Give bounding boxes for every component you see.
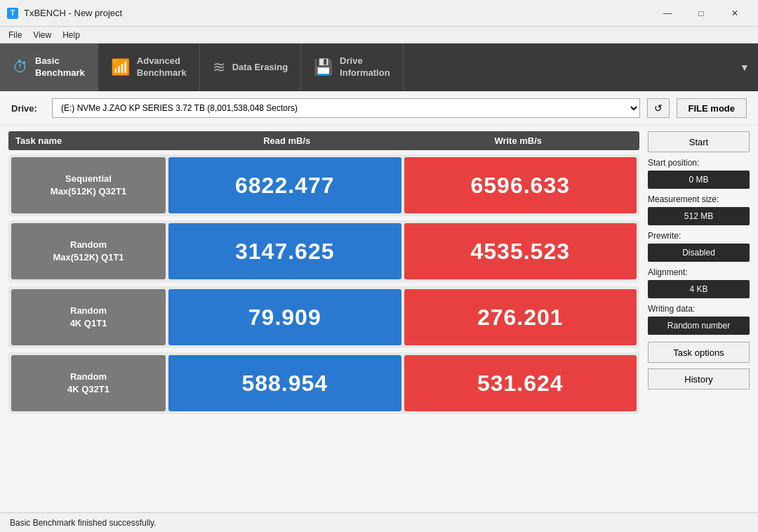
- prewrite-value: Disabled: [648, 244, 750, 262]
- read-value-1: 6822.477: [168, 157, 401, 213]
- drive-information-icon: 💾: [314, 58, 333, 77]
- start-position-value: 0 MB: [648, 171, 750, 189]
- read-value-4: 588.954: [168, 355, 401, 411]
- status-bar: Basic Benchmark finished successfully.: [0, 512, 758, 532]
- basic-benchmark-icon: ⏱: [13, 58, 28, 77]
- benchmark-area: Task name Read mB/s Write mB/s Sequentia…: [0, 126, 758, 512]
- drive-refresh-button[interactable]: ↺: [647, 98, 670, 118]
- menu-file[interactable]: File: [3, 29, 27, 41]
- task-name-3: Random4K Q1T1: [11, 289, 166, 345]
- write-value-1: 6596.633: [404, 157, 637, 213]
- tab-drive-information[interactable]: 💾 DriveInformation: [301, 44, 404, 91]
- bench-row-1: SequentialMax(512K) Q32T1 6822.477 6596.…: [8, 154, 639, 216]
- header-read: Read mB/s: [173, 135, 401, 146]
- measurement-size-value: 512 MB: [648, 207, 750, 225]
- drive-label: Drive:: [11, 103, 45, 114]
- menu-bar: File View Help: [0, 27, 758, 44]
- data-erasing-icon: ≋: [213, 58, 225, 77]
- file-mode-button[interactable]: FILE mode: [677, 98, 747, 118]
- toolbar-dropdown-button[interactable]: ▼: [731, 44, 758, 91]
- menu-view[interactable]: View: [27, 29, 57, 41]
- history-button[interactable]: History: [648, 368, 750, 390]
- tab-basic-benchmark[interactable]: ⏱ BasicBenchmark: [0, 44, 98, 91]
- menu-help[interactable]: Help: [57, 29, 86, 41]
- writing-data-value: Random number: [648, 317, 750, 335]
- header-write: Write mB/s: [404, 135, 633, 146]
- write-value-4: 531.624: [404, 355, 637, 411]
- window-title: TxBENCH - New project: [24, 8, 651, 18]
- drive-bar: Drive: (E:) NVMe J.ZAO KP SERIES 3.72 TB…: [0, 91, 758, 126]
- alignment-label: Alignment:: [648, 267, 750, 277]
- task-name-1: SequentialMax(512K) Q32T1: [11, 157, 166, 213]
- tab-data-erasing[interactable]: ≋ Data Erasing: [200, 44, 301, 91]
- toolbar: ⏱ BasicBenchmark 📶 AdvancedBenchmark ≋ D…: [0, 44, 758, 91]
- basic-benchmark-label: BasicBenchmark: [35, 55, 85, 79]
- task-name-4: Random4K Q32T1: [11, 355, 166, 411]
- advanced-benchmark-icon: 📶: [111, 58, 130, 77]
- prewrite-label: Prewrite:: [648, 231, 750, 241]
- task-name-2: RandomMax(512K) Q1T1: [11, 223, 166, 279]
- writing-data-label: Writing data:: [648, 304, 750, 314]
- tab-advanced-benchmark[interactable]: 📶 AdvancedBenchmark: [98, 44, 200, 91]
- window-controls: — □ ✕: [651, 3, 751, 24]
- data-erasing-label: Data Erasing: [232, 62, 288, 74]
- task-options-button[interactable]: Task options: [648, 342, 750, 363]
- measurement-size-label: Measurement size:: [648, 194, 750, 204]
- bench-table-header: Task name Read mB/s Write mB/s: [8, 131, 639, 150]
- bench-row-2: RandomMax(512K) Q1T1 3147.625 4535.523: [8, 220, 639, 282]
- write-value-2: 4535.523: [404, 223, 637, 279]
- app-icon: T: [7, 8, 18, 19]
- read-value-2: 3147.625: [168, 223, 401, 279]
- title-bar: T TxBENCH - New project — □ ✕: [0, 0, 758, 27]
- maximize-button[interactable]: □: [685, 3, 717, 24]
- bench-row-4: Random4K Q32T1 588.954 531.624: [8, 352, 639, 414]
- advanced-benchmark-label: AdvancedBenchmark: [137, 55, 187, 79]
- bench-table: Task name Read mB/s Write mB/s Sequentia…: [8, 131, 639, 507]
- bench-row-3: Random4K Q1T1 79.909 276.201: [8, 286, 639, 348]
- main-content: Drive: (E:) NVMe J.ZAO KP SERIES 3.72 TB…: [0, 91, 758, 532]
- status-text: Basic Benchmark finished successfully.: [10, 518, 157, 528]
- minimize-button[interactable]: —: [651, 3, 684, 24]
- write-value-3: 276.201: [404, 289, 637, 345]
- header-task-name: Task name: [15, 135, 170, 146]
- drive-information-label: DriveInformation: [340, 55, 390, 79]
- right-panel: Start Start position: 0 MB Measurement s…: [648, 131, 750, 507]
- start-button[interactable]: Start: [648, 131, 750, 152]
- start-position-label: Start position:: [648, 158, 750, 168]
- alignment-value: 4 KB: [648, 280, 750, 298]
- close-button[interactable]: ✕: [719, 3, 751, 24]
- read-value-3: 79.909: [168, 289, 401, 345]
- drive-select[interactable]: (E:) NVMe J.ZAO KP SERIES 3.72 TB (8,001…: [52, 98, 640, 118]
